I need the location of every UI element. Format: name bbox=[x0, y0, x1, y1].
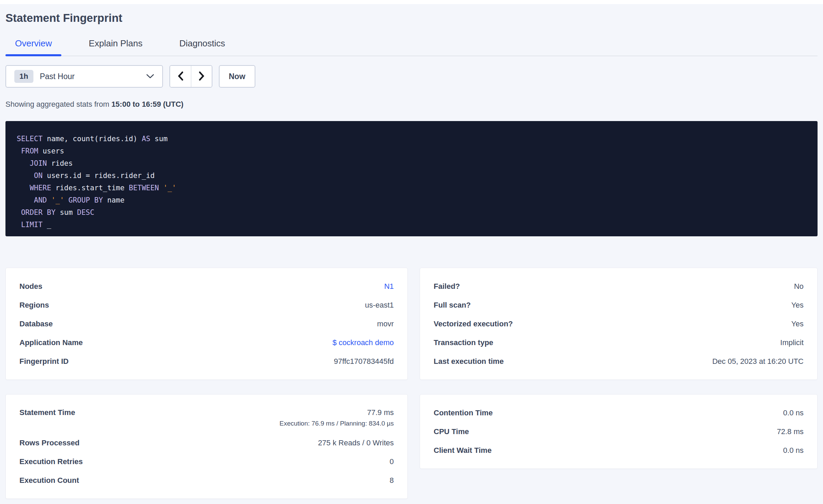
sql-line: JOIN rides bbox=[17, 157, 807, 169]
execution-retries-value: 0 bbox=[390, 457, 394, 466]
regions-label: Regions bbox=[19, 301, 49, 310]
chevron-left-icon bbox=[177, 71, 184, 83]
application-name-link[interactable]: $ cockroach demo bbox=[332, 338, 394, 347]
chevron-down-icon bbox=[146, 74, 154, 79]
prev-time-button[interactable] bbox=[170, 66, 191, 87]
tabs: OverviewExplain PlansDiagnostics bbox=[5, 38, 818, 56]
chevron-right-icon bbox=[198, 71, 205, 83]
application-name-label: Application Name bbox=[19, 338, 83, 347]
top-strip bbox=[0, 0, 823, 4]
next-time-button[interactable] bbox=[191, 66, 212, 87]
client-wait-time-row: Client Wait Time0.0 ns bbox=[434, 441, 804, 460]
page-title: Statement Fingerprint bbox=[5, 12, 818, 25]
client-wait-time-label: Client Wait Time bbox=[434, 446, 492, 455]
execution-count-label: Execution Count bbox=[19, 476, 79, 485]
nodes-label: Nodes bbox=[19, 282, 42, 291]
tab-overview[interactable]: Overview bbox=[5, 38, 61, 56]
database-label: Database bbox=[19, 320, 53, 328]
execution-retries-label: Execution Retries bbox=[19, 457, 83, 466]
database-row: Databasemovr bbox=[19, 314, 394, 333]
statement-time-value: 77.9 ms bbox=[367, 408, 394, 417]
last-execution-time-row: Last execution timeDec 05, 2023 at 16:20… bbox=[434, 352, 804, 371]
tab-explain-plans[interactable]: Explain Plans bbox=[79, 38, 152, 56]
timing-cards-row: Statement Time77.9 msExecution: 76.9 ms … bbox=[5, 394, 818, 499]
last-execution-time-value: Dec 05, 2023 at 16:20 UTC bbox=[712, 357, 804, 366]
client-wait-time-value: 0.0 ns bbox=[783, 446, 804, 455]
time-toolbar: 1h Past Hour Now bbox=[5, 65, 818, 88]
rows-processed-label: Rows Processed bbox=[19, 439, 79, 447]
statement-time-row: Statement Time77.9 msExecution: 76.9 ms … bbox=[19, 403, 394, 433]
vectorized-execution-label: Vectorized execution? bbox=[434, 320, 513, 328]
sql-line: AND '_' GROUP BY name bbox=[17, 194, 807, 206]
statement-time-label: Statement Time bbox=[19, 408, 75, 417]
tab-diagnostics[interactable]: Diagnostics bbox=[170, 38, 235, 56]
sql-line: FROM users bbox=[17, 145, 807, 157]
failed-label: Failed? bbox=[434, 282, 460, 291]
fingerprint-id-row: Fingerprint ID97ffc170783445fd bbox=[19, 352, 394, 371]
nodes-row: NodesN1 bbox=[19, 277, 394, 296]
sql-line: SELECT name, count(rides.id) AS sum bbox=[17, 133, 807, 145]
execution-attributes-card: Failed?NoFull scan?YesVectorized executi… bbox=[420, 268, 818, 380]
contention-time-value: 0.0 ns bbox=[783, 409, 804, 417]
stats-caption-prefix: Showing aggregated stats from bbox=[5, 100, 111, 108]
overview-details-card: NodesN1Regionsus-east1DatabasemovrApplic… bbox=[5, 268, 408, 380]
statement-timing-card: Statement Time77.9 msExecution: 76.9 ms … bbox=[5, 394, 408, 499]
statement-fingerprint-page: Statement Fingerprint OverviewExplain Pl… bbox=[0, 12, 823, 499]
time-range-label: Past Hour bbox=[40, 72, 75, 81]
transaction-type-row: Transaction typeImplicit bbox=[434, 333, 804, 352]
statement-time-breakdown: Execution: 76.9 ms / Planning: 834.0 µs bbox=[280, 420, 394, 427]
fingerprint-id-label: Fingerprint ID bbox=[19, 357, 69, 366]
contention-time-label: Contention Time bbox=[434, 409, 493, 417]
sql-line: ON users.id = rides.rider_id bbox=[17, 169, 807, 182]
transaction-type-value: Implicit bbox=[780, 338, 804, 347]
time-range-badge: 1h bbox=[14, 70, 33, 83]
cpu-time-label: CPU Time bbox=[434, 427, 469, 436]
stats-caption: Showing aggregated stats from 15:00 to 1… bbox=[5, 100, 818, 109]
failed-row: Failed?No bbox=[434, 277, 804, 296]
overview-cards-row: NodesN1Regionsus-east1DatabasemovrApplic… bbox=[5, 268, 818, 380]
cpu-time-row: CPU Time72.8 ms bbox=[434, 422, 804, 441]
nodes-link[interactable]: N1 bbox=[384, 282, 394, 291]
rows-processed-value: 275 k Reads / 0 Writes bbox=[318, 439, 394, 447]
application-name-row: Application Name$ cockroach demo bbox=[19, 333, 394, 352]
stats-caption-range: 15:00 to 16:59 (UTC) bbox=[111, 100, 184, 108]
regions-row: Regionsus-east1 bbox=[19, 296, 394, 314]
sql-line: WHERE rides.start_time BETWEEN '_' bbox=[17, 182, 807, 194]
full-scan-row: Full scan?Yes bbox=[434, 296, 804, 314]
rows-processed-row: Rows Processed275 k Reads / 0 Writes bbox=[19, 433, 394, 452]
sql-line: ORDER BY sum DESC bbox=[17, 206, 807, 219]
vectorized-execution-row: Vectorized execution?Yes bbox=[434, 314, 804, 333]
fingerprint-id-value: 97ffc170783445fd bbox=[334, 357, 394, 366]
execution-count-value: 8 bbox=[390, 476, 394, 485]
vectorized-execution-value: Yes bbox=[791, 320, 804, 328]
last-execution-time-label: Last execution time bbox=[434, 357, 504, 366]
time-range-dropdown[interactable]: 1h Past Hour bbox=[5, 65, 163, 88]
regions-value: us-east1 bbox=[365, 301, 394, 309]
transaction-type-label: Transaction type bbox=[434, 338, 493, 347]
full-scan-label: Full scan? bbox=[434, 301, 471, 310]
now-button[interactable]: Now bbox=[219, 65, 255, 88]
failed-value: No bbox=[794, 282, 804, 291]
full-scan-value: Yes bbox=[791, 301, 804, 309]
execution-retries-row: Execution Retries0 bbox=[19, 452, 394, 471]
sql-statement-box: SELECT name, count(rides.id) AS sum FROM… bbox=[5, 121, 818, 236]
wait-timing-card: Contention Time0.0 nsCPU Time72.8 msClie… bbox=[420, 394, 818, 469]
cpu-time-value: 72.8 ms bbox=[777, 427, 804, 436]
time-nav-group bbox=[169, 65, 212, 88]
sql-statement: SELECT name, count(rides.id) AS sum FROM… bbox=[17, 133, 807, 231]
contention-time-row: Contention Time0.0 ns bbox=[434, 403, 804, 422]
sql-line: LIMIT _ bbox=[17, 219, 807, 231]
database-value: movr bbox=[377, 320, 394, 328]
execution-count-row: Execution Count8 bbox=[19, 471, 394, 490]
